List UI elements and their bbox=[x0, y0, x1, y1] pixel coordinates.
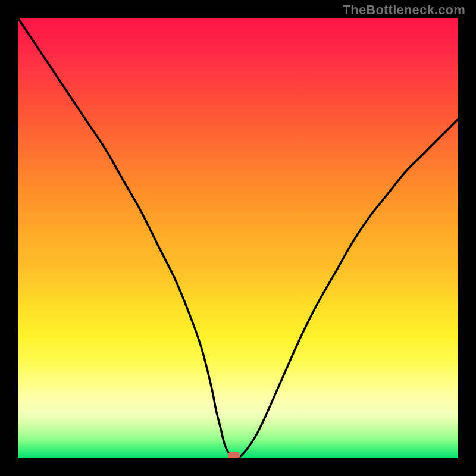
optimum-marker bbox=[228, 452, 240, 458]
watermark-text: TheBottleneck.com bbox=[343, 2, 465, 18]
plot-area bbox=[18, 18, 458, 458]
bottleneck-curve bbox=[18, 18, 458, 458]
chart-frame: TheBottleneck.com bbox=[0, 0, 476, 476]
